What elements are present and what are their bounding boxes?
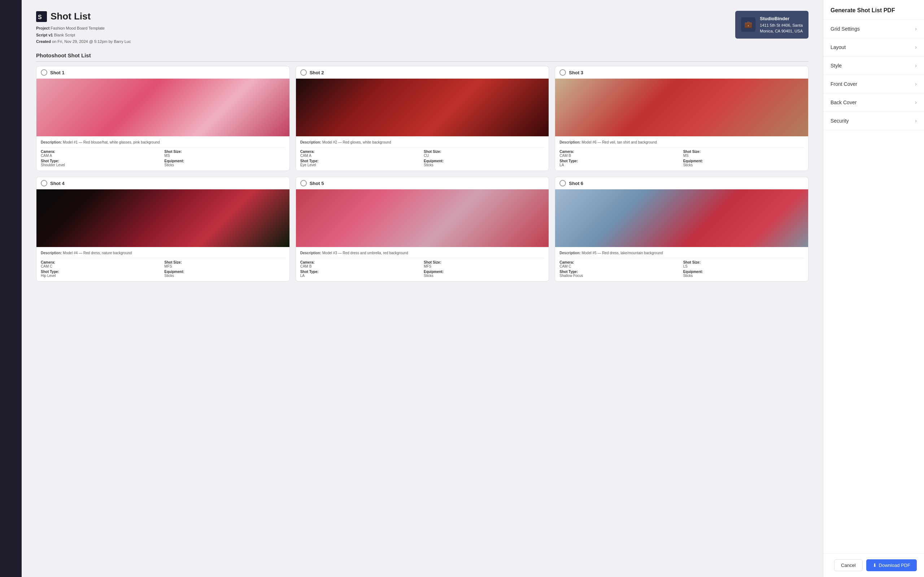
shot-header-6: Shot 6	[555, 177, 808, 189]
company-card: 💼 StudioBinder 1411 5th St #406, Santa M…	[735, 11, 809, 39]
spec-shot-size-2: Shot Size: CU	[424, 150, 544, 158]
cancel-button[interactable]: Cancel	[834, 559, 862, 571]
created-label: Created	[36, 39, 51, 44]
spec-shot-type-6: Shot Type: Shallow Focus	[559, 270, 680, 278]
shot-card-1: Shot 1 Description: Model #1 — Red blous…	[36, 66, 290, 171]
panel-chevron-2: ›	[915, 62, 917, 69]
main-content: S Shot List Project Fashion Mood Board T…	[22, 0, 823, 577]
shot-label-3: Shot 3	[569, 70, 583, 76]
spec-shot-size-4: Shot Size: MFS	[164, 260, 285, 268]
panel-section-label-3: Front Cover	[830, 81, 857, 87]
shot-label-4: Shot 4	[50, 181, 65, 186]
shot-image-2	[296, 79, 549, 136]
shot-label-1: Shot 1	[50, 70, 65, 76]
spec-equipment-6: Equipment: Sticks	[683, 270, 804, 278]
spec-camera-5: Camera: CAM B	[300, 260, 421, 268]
panel-section-back-cover[interactable]: Back Cover ›	[823, 93, 924, 112]
panel-section-security[interactable]: Security ›	[823, 112, 924, 130]
shot-specs-6: Camera: CAM C Shot Size: LS Shot Type: S…	[559, 260, 804, 278]
panel-header: Generate Shot List PDF	[823, 0, 924, 20]
shot-details-1: Description: Model #1 — Red blouse/hat, …	[36, 136, 289, 171]
shot-label-2: Shot 2	[310, 70, 324, 76]
company-address-2: Monica, CA 90401, USA	[760, 28, 803, 34]
shot-header-4: Shot 4	[36, 177, 289, 189]
shot-specs-4: Camera: CAM C Shot Size: MFS Shot Type: …	[41, 260, 285, 278]
left-sidebar	[0, 0, 22, 577]
shot-circle-3	[559, 69, 566, 76]
company-icon: 💼	[741, 17, 756, 32]
shot-grid: Shot 1 Description: Model #1 — Red blous…	[36, 66, 809, 282]
company-address-1: 1411 5th St #406, Santa	[760, 23, 803, 29]
shot-circle-1	[41, 69, 47, 76]
shot-header-5: Shot 5	[296, 177, 549, 189]
company-name: StudioBinder	[760, 15, 803, 23]
spec-equipment-4: Equipment: Sticks	[164, 270, 285, 278]
shot-card-3: Shot 3 Description: Model #6 — Red veil,…	[555, 66, 809, 171]
shot-details-2: Description: Model #2 — Red gloves, whit…	[296, 136, 549, 171]
spec-camera-4: Camera: CAM C	[41, 260, 162, 268]
download-pdf-button[interactable]: ⬇ Download PDF	[866, 559, 917, 571]
panel-section-front-cover[interactable]: Front Cover ›	[823, 75, 924, 93]
shot-header-1: Shot 1	[36, 66, 289, 79]
shot-card-4: Shot 4 Description: Model #4 — Red dress…	[36, 177, 290, 282]
panel-title: Generate Shot List PDF	[830, 7, 917, 14]
shot-description-4: Description: Model #4 — Red dress, natur…	[41, 251, 285, 258]
panel-chevron-0: ›	[915, 26, 917, 32]
shot-circle-5	[300, 180, 307, 187]
meta-info: Project Fashion Mood Board Template Scri…	[36, 25, 131, 45]
shot-circle-6	[559, 180, 566, 187]
shot-image-5	[296, 189, 549, 247]
panel-section-label-5: Security	[830, 118, 849, 124]
shot-details-3: Description: Model #6 — Red veil, tan sh…	[555, 136, 808, 171]
shot-card-6: Shot 6 Description: Model #5 — Red dress…	[555, 177, 809, 282]
project-label: Project	[36, 26, 50, 30]
panel-section-label-2: Style	[830, 63, 842, 69]
right-panel: Generate Shot List PDF Grid Settings › L…	[823, 0, 924, 577]
panel-chevron-3: ›	[915, 81, 917, 87]
shot-circle-2	[300, 69, 307, 76]
spec-shot-size-3: Shot Size: MS	[683, 150, 804, 158]
download-icon: ⬇	[873, 562, 877, 568]
shot-description-6: Description: Model #5 — Red dress, lake/…	[559, 251, 804, 258]
shot-list-title: S Shot List	[36, 11, 131, 22]
shot-label-6: Shot 6	[569, 181, 583, 186]
panel-chevron-5: ›	[915, 118, 917, 124]
panel-section-label-1: Layout	[830, 44, 846, 50]
panel-chevron-1: ›	[915, 44, 917, 50]
panel-section-label-0: Grid Settings	[830, 26, 860, 32]
shot-header-3: Shot 3	[555, 66, 808, 79]
spec-shot-type-5: Shot Type: LA	[300, 270, 421, 278]
shot-specs-2: Camera: CAM A Shot Size: CU Shot Type: E…	[300, 150, 544, 167]
section-title: Photoshoot Shot List	[36, 52, 809, 62]
spec-camera-6: Camera: CAM C	[559, 260, 680, 268]
script-label: Script v1	[36, 33, 53, 37]
panel-sections: Grid Settings › Layout › Style › Front C…	[823, 20, 924, 553]
spec-camera-2: Camera: CAM A	[300, 150, 421, 158]
spec-shot-type-4: Shot Type: Hip Level	[41, 270, 162, 278]
shot-description-1: Description: Model #1 — Red blouse/hat, …	[41, 140, 285, 148]
svg-text:S: S	[38, 14, 42, 20]
spec-shot-type-1: Shot Type: Shoulder Level	[41, 159, 162, 167]
download-label: Download PDF	[879, 562, 910, 568]
shot-card-2: Shot 2 Description: Model #2 — Red glove…	[296, 66, 549, 171]
spec-camera-1: Camera: CAM A	[41, 150, 162, 158]
panel-section-grid-settings[interactable]: Grid Settings ›	[823, 20, 924, 38]
panel-section-layout[interactable]: Layout ›	[823, 38, 924, 56]
spec-equipment-5: Equipment: Sticks	[424, 270, 544, 278]
spec-shot-size-5: Shot Size: MFS	[424, 260, 544, 268]
document-header: S Shot List Project Fashion Mood Board T…	[36, 11, 809, 45]
shot-image-1	[36, 79, 289, 136]
shot-card-5: Shot 5 Description: Model #3 — Red dress…	[296, 177, 549, 282]
created-value: on Fri, Nov 29, 2024 @ 5:12pm by Barry L…	[52, 39, 131, 44]
spec-shot-size-1: Shot Size: MS	[164, 150, 285, 158]
spec-shot-size-6: Shot Size: LS	[683, 260, 804, 268]
shot-label-5: Shot 5	[310, 181, 324, 186]
shot-details-4: Description: Model #4 — Red dress, natur…	[36, 247, 289, 281]
spec-equipment-3: Equipment: Sticks	[683, 159, 804, 167]
project-value: Fashion Mood Board Template	[50, 26, 105, 30]
studiobinder-logo: S	[36, 11, 47, 22]
shot-description-3: Description: Model #6 — Red veil, tan sh…	[559, 140, 804, 148]
shot-image-4	[36, 189, 289, 247]
panel-section-style[interactable]: Style ›	[823, 56, 924, 75]
script-value: Blank Script	[54, 33, 76, 37]
